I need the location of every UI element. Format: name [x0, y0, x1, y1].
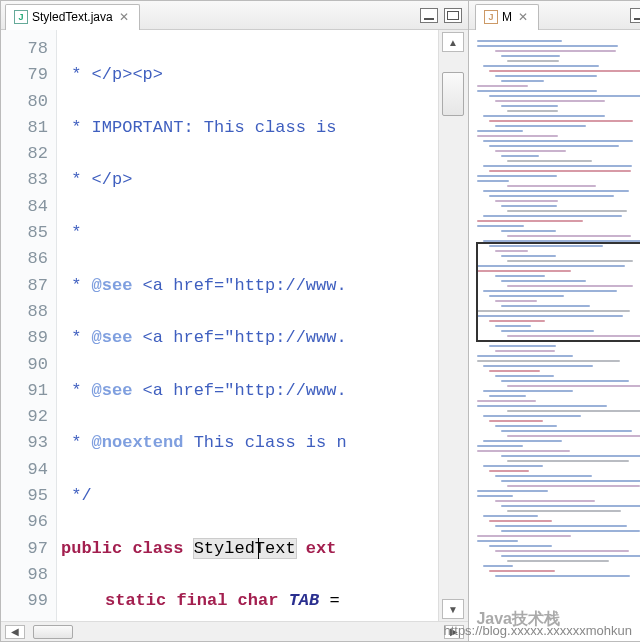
line-number: 95 [1, 483, 48, 509]
line-number: 87 [1, 273, 48, 299]
line-number: 99 [1, 588, 48, 614]
line-number: 84 [1, 194, 48, 220]
line-number-gutter: 78 79 80 81 82 83 84 85 86 87 88 89 90 9… [1, 30, 57, 621]
line-number: 86 [1, 246, 48, 272]
line-number: 92 [1, 404, 48, 430]
maximize-button[interactable] [444, 8, 462, 23]
class-name-highlight: StyledText [194, 539, 296, 558]
minimap-viewport[interactable] [476, 242, 640, 342]
scroll-right-icon[interactable]: ▶ [444, 625, 464, 639]
line-number: 91 [1, 378, 48, 404]
ide-workspace: StyledText.java ✕ 78 79 80 81 82 83 84 8… [0, 0, 640, 642]
line-number: 94 [1, 457, 48, 483]
line-number: 93 [1, 430, 48, 456]
line-number: 96 [1, 509, 48, 535]
line-number: 79 [1, 62, 48, 88]
scroll-down-icon[interactable]: ▼ [442, 599, 464, 619]
code-area[interactable]: * </p><p> * IMPORTANT: This class is * <… [57, 30, 425, 621]
line-number: 81 [1, 115, 48, 141]
line-number: 85 [1, 220, 48, 246]
editor-tabbar: StyledText.java ✕ [1, 1, 468, 30]
horizontal-scrollbar[interactable]: ◀ ▶ [1, 621, 468, 641]
line-number: 78 [1, 36, 48, 62]
overview-ruler[interactable] [425, 30, 438, 621]
line-number: 98 [1, 562, 48, 588]
minimap-file-icon [484, 10, 498, 24]
minimize-button[interactable] [420, 8, 438, 23]
editor-tab-label: StyledText.java [32, 10, 113, 24]
scroll-left-icon[interactable]: ◀ [5, 625, 25, 639]
minimap-panel: M ✕ [469, 1, 640, 641]
line-number: 88 [1, 299, 48, 325]
line-number: 83 [1, 167, 48, 193]
horizontal-scroll-thumb[interactable] [33, 625, 73, 639]
line-number: 89 [1, 325, 48, 351]
scroll-up-icon[interactable]: ▲ [442, 32, 464, 52]
line-number: 80 [1, 89, 48, 115]
minimap-tab-label: M [502, 10, 512, 24]
editor-body: 78 79 80 81 82 83 84 85 86 87 88 89 90 9… [1, 30, 468, 621]
minimap-tabbar-controls [630, 8, 640, 23]
minimap-tabbar: M ✕ [469, 1, 640, 30]
editor-tab-styledtext[interactable]: StyledText.java ✕ [5, 4, 140, 30]
vertical-scrollbar[interactable]: ▲ ▼ [438, 30, 468, 621]
minimize-button[interactable] [630, 8, 640, 23]
close-icon[interactable]: ✕ [516, 10, 530, 24]
horizontal-scroll-track[interactable] [29, 625, 440, 639]
editor-panel: StyledText.java ✕ 78 79 80 81 82 83 84 8… [1, 1, 469, 641]
minimap-canvas[interactable] [469, 30, 640, 641]
vertical-scroll-thumb[interactable] [442, 72, 464, 116]
line-number: 97 [1, 536, 48, 562]
editor-tabbar-controls [420, 8, 468, 23]
minimap-tab[interactable]: M ✕ [475, 4, 539, 30]
line-number: 90 [1, 352, 48, 378]
java-file-icon [14, 10, 28, 24]
close-icon[interactable]: ✕ [117, 10, 131, 24]
line-number: 82 [1, 141, 48, 167]
